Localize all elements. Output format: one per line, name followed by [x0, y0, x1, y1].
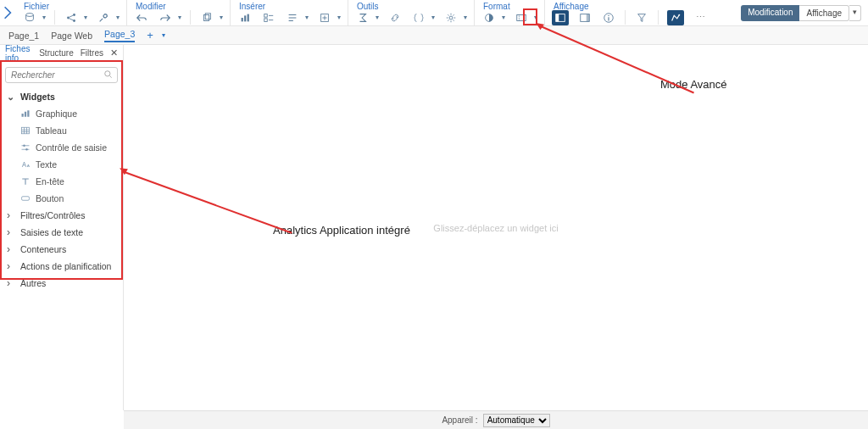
tab-page-3[interactable]: Page_3 — [104, 29, 135, 42]
svg-point-2 — [73, 14, 75, 16]
tree-section-widgets[interactable]: Widgets — [3, 88, 123, 105]
funnel-icon[interactable] — [634, 10, 649, 25]
svg-point-27 — [23, 145, 25, 147]
advanced-mode-icon[interactable] — [667, 10, 684, 25]
left-panel: Fiches info Structure Filtres ✕ Widgets … — [0, 45, 124, 410]
svg-point-12 — [449, 16, 453, 20]
svg-rect-4 — [204, 14, 209, 20]
menu-insert-label[interactable]: Insérer — [237, 0, 341, 10]
svg-rect-16 — [556, 14, 559, 21]
insert-text-icon[interactable] — [285, 10, 300, 25]
tree-item-label: En-tête — [36, 176, 64, 187]
chevron-down-icon[interactable]: ▾ — [162, 31, 165, 39]
collapse-toolbar-caret[interactable] — [0, 0, 15, 25]
svg-rect-7 — [244, 15, 246, 21]
chevron-down-icon[interactable]: ▾ — [376, 14, 379, 21]
svg-rect-23 — [22, 114, 24, 117]
tree-item-button[interactable]: Bouton — [3, 190, 123, 207]
chevron-down-icon[interactable]: ▾ — [116, 14, 120, 21]
svg-rect-24 — [25, 112, 26, 117]
search-input[interactable] — [5, 67, 118, 83]
tree-item-table[interactable]: Tableau — [3, 122, 123, 139]
link-icon[interactable] — [387, 10, 403, 25]
layout-right-panel-icon[interactable] — [577, 10, 593, 25]
info-icon[interactable] — [601, 10, 616, 25]
insert-more-icon[interactable] — [317, 10, 332, 25]
tree-section-filters-controls[interactable]: Filtres/Contrôles — [3, 207, 123, 224]
tab-page-1[interactable]: Page_1 — [8, 31, 39, 41]
formula-icon[interactable] — [355, 10, 370, 25]
tree-item-label: Tableau — [36, 125, 67, 136]
table-icon — [20, 125, 31, 136]
mode-dropdown[interactable]: ▾ — [849, 5, 861, 21]
tree-item-input-control[interactable]: Contrôle de saisie — [3, 139, 123, 156]
insert-control-icon[interactable] — [261, 10, 276, 25]
tree-item-label: Bouton — [36, 193, 64, 203]
chevron-down-icon[interactable]: ▾ — [84, 14, 87, 21]
mode-view[interactable]: Affichage — [799, 5, 849, 21]
panel-tab-structure[interactable]: Structure — [39, 48, 74, 58]
theme-icon[interactable] — [481, 10, 497, 25]
menu-view-label[interactable]: Affichage — [552, 0, 708, 10]
menu-file-label[interactable]: Fichier — [22, 0, 120, 10]
layout-left-panel-icon[interactable] — [552, 10, 569, 25]
chevron-down-icon[interactable]: ▾ — [305, 14, 309, 21]
canvas[interactable]: Glissez-déplacez un widget ici — [124, 45, 868, 410]
svg-rect-9 — [264, 14, 268, 17]
menu-edit-label[interactable]: Modifier — [134, 0, 223, 10]
menu-format-label[interactable]: Format — [481, 0, 537, 10]
tree-section-containers[interactable]: Conteneurs — [3, 241, 123, 258]
tree-item-text[interactable]: Texte — [3, 156, 123, 173]
menu-group-view: Affichage ⋯ — [545, 0, 715, 25]
mode-modification[interactable]: Modification — [741, 5, 799, 21]
svg-rect-18 — [587, 14, 590, 21]
gear-icon[interactable] — [443, 10, 459, 25]
device-select[interactable]: Automatique — [483, 414, 550, 427]
panel-tab-info[interactable]: Fiches info — [5, 44, 32, 63]
slider-icon — [20, 142, 31, 153]
add-page-button[interactable]: + — [147, 29, 153, 42]
menu-tools-label[interactable]: Outils — [355, 0, 467, 10]
svg-point-22 — [105, 71, 110, 76]
datasource-icon[interactable] — [22, 10, 37, 25]
wrench-icon[interactable] — [96, 10, 111, 25]
panel-tab-filters[interactable]: Filtres — [81, 48, 103, 58]
chart-icon[interactable] — [237, 10, 253, 25]
svg-rect-26 — [22, 127, 30, 134]
guides-icon[interactable] — [514, 10, 529, 25]
menu-group-insert: Insérer ▾ ▾ — [231, 0, 348, 25]
redo-icon[interactable] — [158, 10, 173, 25]
svg-rect-5 — [205, 13, 210, 19]
close-panel-icon[interactable]: ✕ — [110, 47, 118, 58]
chevron-down-icon[interactable]: ▾ — [178, 14, 181, 21]
device-label: Appareil : — [442, 415, 477, 425]
panel-tabs: Fiches info Structure Filtres ✕ — [0, 45, 123, 62]
chevron-down-icon[interactable]: ▾ — [220, 14, 223, 21]
copy-icon[interactable] — [199, 10, 214, 25]
chevron-down-icon[interactable]: ▾ — [502, 14, 505, 21]
share-icon[interactable] — [64, 10, 79, 25]
annotation-text-advanced-mode: Mode Avancé — [660, 78, 727, 91]
tree-item-chart[interactable]: Graphique — [3, 105, 123, 122]
chevron-down-icon[interactable]: ▾ — [42, 14, 46, 21]
svg-rect-10 — [264, 18, 268, 21]
tab-page-web[interactable]: Page Web — [51, 31, 92, 41]
button-icon — [20, 193, 31, 203]
panel-search — [5, 67, 118, 83]
tree-section-text-inputs[interactable]: Saisies de texte — [3, 224, 123, 241]
chevron-down-icon[interactable]: ▾ — [464, 14, 467, 21]
chevron-down-icon[interactable]: ▾ — [337, 14, 341, 21]
tree-item-header[interactable]: En-tête — [3, 173, 123, 190]
tree-section-others[interactable]: Autres — [3, 275, 123, 292]
menu-group-format: Format ▾ ▾ — [475, 0, 545, 25]
svg-rect-8 — [248, 14, 249, 21]
script-icon[interactable] — [411, 10, 426, 25]
annotation-text-analytics: Analytics Application intégré — [273, 224, 410, 237]
svg-rect-14 — [517, 14, 526, 20]
overflow-icon[interactable]: ⋯ — [693, 10, 708, 25]
chevron-down-icon[interactable]: ▾ — [431, 14, 435, 21]
undo-icon[interactable] — [134, 10, 149, 25]
search-icon[interactable] — [103, 70, 113, 81]
canvas-placeholder-text: Glissez-déplacez un widget ici — [433, 223, 558, 233]
tree-section-planning-actions[interactable]: Actions de planification — [3, 258, 123, 275]
